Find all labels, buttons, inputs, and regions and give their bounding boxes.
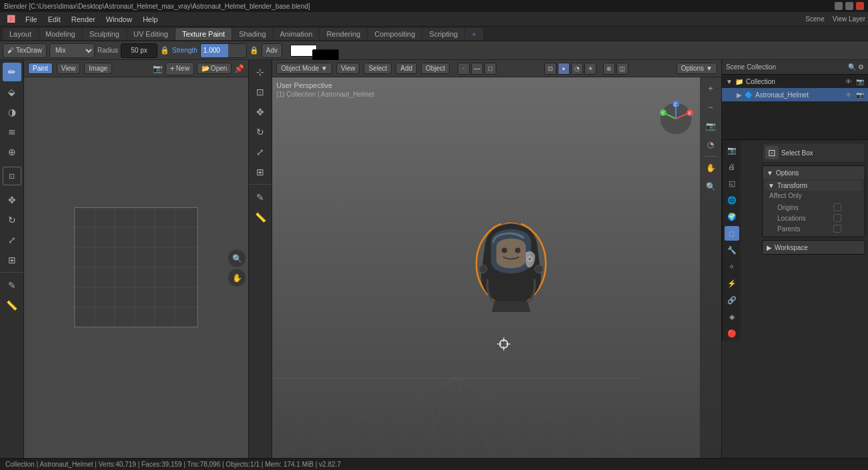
props-particles-icon[interactable]: ✧ bbox=[725, 259, 739, 274]
props-render-icon[interactable]: 📷 bbox=[725, 143, 739, 157]
rendered-btn[interactable]: ☀ bbox=[584, 63, 596, 75]
radius-input[interactable] bbox=[121, 43, 157, 58]
tab-rendering[interactable]: Rendering bbox=[320, 28, 367, 40]
solid-btn[interactable]: ● bbox=[558, 63, 570, 75]
strength-lock-icon[interactable]: 🔒 bbox=[250, 46, 259, 55]
viewport-canvas[interactable]: User Perspective (1) Collection | Astron… bbox=[272, 77, 721, 458]
maximize-btn[interactable] bbox=[845, 2, 853, 10]
uv-canvas[interactable]: 🔍 ✋ bbox=[24, 77, 248, 458]
select-face-btn[interactable]: □ bbox=[484, 63, 496, 75]
props-modifiers-icon[interactable]: 🔧 bbox=[725, 243, 739, 257]
tab-compositing[interactable]: Compositing bbox=[368, 28, 422, 40]
tab-uv-editing[interactable]: UV Editing bbox=[127, 28, 175, 40]
vp-render-preview-btn[interactable]: ◔ bbox=[702, 136, 719, 153]
tool-measure[interactable]: 📏 bbox=[3, 296, 21, 315]
viewport-rotate-tool[interactable]: ↻ bbox=[251, 123, 270, 141]
wireframe-btn[interactable]: ⊡ bbox=[544, 63, 556, 75]
material-btn[interactable]: ◔ bbox=[571, 63, 583, 75]
xray-btn[interactable]: ◫ bbox=[616, 63, 628, 75]
options-section-header[interactable]: ▼ Options bbox=[763, 166, 865, 179]
origins-checkbox[interactable] bbox=[833, 203, 841, 211]
uv-pan-icon[interactable]: ✋ bbox=[228, 269, 246, 286]
vp-select-btn[interactable]: Select bbox=[364, 63, 392, 74]
minimize-btn[interactable] bbox=[835, 2, 843, 10]
viewport-scale-tool[interactable]: ⤢ bbox=[251, 143, 270, 161]
vp-object-btn[interactable]: Object bbox=[421, 63, 450, 74]
tool-gradient[interactable]: ◑ bbox=[3, 103, 21, 121]
outliner-settings-icon[interactable]: ⚙ bbox=[858, 63, 864, 71]
viewport-transform-tool[interactable]: ⊞ bbox=[251, 163, 270, 181]
tool-annotate[interactable]: ✎ bbox=[3, 276, 21, 295]
uv-new-btn[interactable]: + New bbox=[165, 62, 194, 75]
menu-edit[interactable]: Edit bbox=[43, 14, 65, 25]
tool-transform[interactable]: ⊞ bbox=[3, 251, 21, 269]
vp-view-btn[interactable]: View bbox=[336, 63, 360, 74]
helmet-render-icon[interactable]: 📷 bbox=[856, 91, 864, 99]
props-physics-icon[interactable]: ⚡ bbox=[725, 276, 739, 291]
vp-zoom-btn[interactable]: 🔍 bbox=[702, 178, 719, 195]
props-object-icon[interactable]: ◻ bbox=[725, 226, 739, 241]
tab-animation[interactable]: Animation bbox=[274, 28, 320, 40]
tool-select-box[interactable]: ⊡ bbox=[3, 167, 21, 185]
tool-fill[interactable]: ⬙ bbox=[3, 83, 21, 101]
outliner-item-collection[interactable]: ▼ 📁 Collection 👁 📷 bbox=[722, 75, 868, 88]
select-edge-btn[interactable]: — bbox=[471, 63, 483, 75]
tab-sculpting[interactable]: Sculpting bbox=[83, 28, 126, 40]
tool-rotate[interactable]: ↻ bbox=[3, 211, 21, 229]
props-constraints-icon[interactable]: 🔗 bbox=[725, 293, 739, 307]
collection-visibility-icon[interactable]: 👁 bbox=[845, 78, 852, 85]
viewport-measure-tool[interactable]: 📏 bbox=[251, 208, 270, 227]
background-color-swatch[interactable] bbox=[312, 49, 339, 61]
viewport-select-tool[interactable]: ⊡ bbox=[251, 83, 270, 101]
radius-lock-icon[interactable]: 🔒 bbox=[160, 46, 169, 55]
props-world-icon[interactable]: 🌍 bbox=[725, 209, 739, 224]
vp-zoom-out-btn[interactable]: − bbox=[702, 99, 719, 116]
parents-checkbox[interactable] bbox=[833, 225, 841, 233]
object-mode-btn[interactable]: Object Mode ▼ bbox=[276, 63, 332, 74]
transform-header[interactable]: ▼ Transform bbox=[765, 181, 862, 191]
uv-image-btn[interactable]: Image bbox=[84, 63, 112, 74]
tab-scripting[interactable]: Scripting bbox=[422, 28, 464, 40]
tab-modeling[interactable]: Modeling bbox=[39, 28, 82, 40]
vp-zoom-in-btn[interactable]: + bbox=[702, 80, 719, 97]
3d-cursor[interactable] bbox=[497, 337, 510, 351]
collection-render-icon[interactable]: 📷 bbox=[856, 78, 864, 85]
select-vertex-btn[interactable]: · bbox=[458, 63, 470, 75]
viewport-annotate-tool[interactable]: ✎ bbox=[251, 188, 270, 207]
tool-scale[interactable]: ⤢ bbox=[3, 231, 21, 249]
locations-checkbox[interactable] bbox=[833, 214, 841, 222]
uv-open-btn[interactable]: 📂 Open bbox=[197, 63, 232, 74]
outliner-filter-icon[interactable]: 🔍 bbox=[848, 63, 856, 71]
brush-type-select[interactable]: Mix Add Subtract Multiply bbox=[49, 43, 95, 58]
tool-smear[interactable]: ≋ bbox=[3, 123, 21, 141]
props-view-layer-icon[interactable]: ◱ bbox=[725, 176, 739, 191]
tool-move[interactable]: ✥ bbox=[3, 191, 21, 209]
menu-file[interactable]: File bbox=[21, 14, 42, 25]
tab-texture-paint[interactable]: Texture Paint bbox=[175, 28, 232, 40]
viewport-cursor-tool[interactable]: ⊹ bbox=[251, 63, 270, 81]
props-output-icon[interactable]: 🖨 bbox=[725, 159, 739, 174]
nav-gizmo[interactable]: X Y Z bbox=[658, 101, 695, 139]
vp-camera-btn[interactable]: 📷 bbox=[702, 117, 719, 135]
paint-mode-btn[interactable]: 🖌 TexDraw bbox=[3, 43, 47, 58]
overlay-btn[interactable]: ⊕ bbox=[603, 63, 615, 75]
helmet-visibility-icon[interactable]: 👁 bbox=[845, 91, 852, 99]
menu-help[interactable]: Help bbox=[138, 14, 163, 25]
menu-blender[interactable]: 🅱 bbox=[3, 14, 19, 25]
tool-clone[interactable]: ⊕ bbox=[3, 143, 21, 161]
uv-zoom-icon[interactable]: 🔍 bbox=[228, 249, 246, 267]
tool-draw[interactable]: ✏ bbox=[3, 63, 21, 81]
tab-shading[interactable]: Shading bbox=[232, 28, 272, 40]
close-btn[interactable] bbox=[856, 2, 864, 10]
outliner-item-helmet[interactable]: ▶ 🔷 Astronaut_Helmet 👁 📷 bbox=[722, 88, 868, 101]
tab-add[interactable]: + bbox=[465, 28, 482, 40]
menu-window[interactable]: Window bbox=[101, 14, 137, 25]
vp-add-btn[interactable]: Add bbox=[396, 63, 417, 74]
strength-slider[interactable]: 1.000 bbox=[200, 43, 247, 58]
props-scene-icon[interactable]: 🌐 bbox=[725, 193, 739, 207]
adv-btn[interactable]: Adv bbox=[262, 43, 282, 58]
menu-render[interactable]: Render bbox=[67, 14, 100, 25]
vp-hand-btn[interactable]: ✋ bbox=[702, 159, 719, 177]
viewport-move-tool[interactable]: ✥ bbox=[251, 103, 270, 121]
uv-view-btn[interactable]: View bbox=[57, 63, 81, 74]
